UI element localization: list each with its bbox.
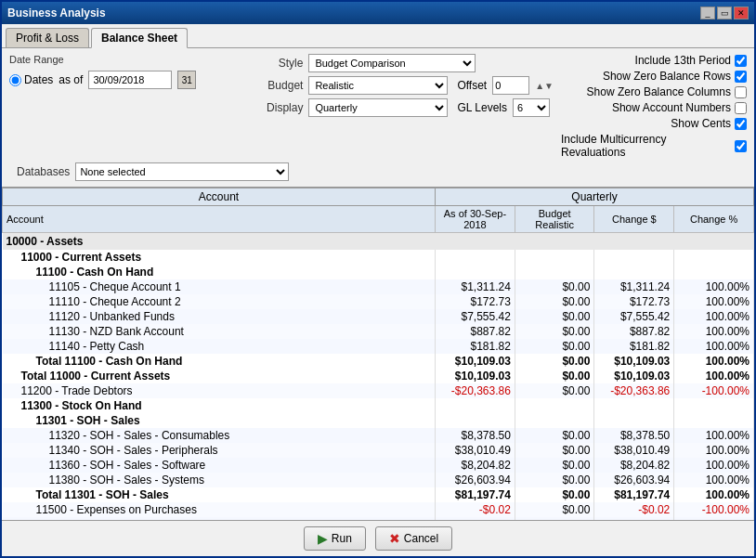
main-window: Business Analysis _ ▭ ✕ Profit & Loss Ba… — [0, 0, 756, 558]
th-change-pct: Change % — [674, 206, 754, 233]
cell-account: 11320 - SOH - Sales - Consumables — [3, 428, 436, 443]
cell-asof — [436, 413, 515, 428]
cell-change-dollar: $10,109.03 — [594, 369, 674, 383]
gl-levels-select[interactable]: 6 — [513, 98, 550, 117]
cell-budget: $0.00 — [515, 324, 594, 339]
cell-change-dollar: $172.73 — [594, 294, 674, 309]
cell-asof: $81,197.74 — [436, 487, 515, 502]
show-zero-cols-label: Show Zero Balance Columns — [587, 85, 731, 98]
date-input[interactable] — [88, 71, 172, 89]
cell-change-pct: 100.00% — [674, 443, 754, 458]
sub-header-row: Account As of 30-Sep-2018 Budget Realist… — [3, 206, 754, 233]
cell-change-pct — [674, 398, 754, 413]
show-account-nums-checkbox[interactable] — [735, 102, 747, 114]
cell-budget — [515, 265, 594, 279]
cell-change-pct — [674, 265, 754, 279]
minimize-button[interactable]: _ — [700, 6, 715, 19]
offset-label: Offset — [457, 79, 487, 92]
cell-asof: $887.82 — [436, 324, 515, 339]
cell-change-dollar — [594, 398, 674, 413]
budget-select[interactable]: Realistic — [308, 76, 448, 95]
show-account-nums-row: Show Account Numbers — [612, 101, 747, 114]
databases-row: Databases None selected — [9, 162, 747, 181]
run-button[interactable]: ▶ Run — [304, 526, 366, 551]
table-row: 11301 - SOH - Sales — [3, 413, 754, 428]
show-cents-label: Show Cents — [671, 117, 731, 130]
offset-spinner[interactable]: ▲▼ — [535, 81, 554, 91]
controls-area: Date Range Dates as of 31 Style Budget C — [2, 48, 754, 188]
cell-asof: $8,378.50 — [436, 428, 515, 443]
tab-balance-sheet[interactable]: Balance Sheet — [91, 28, 188, 48]
table-row: Total 11301 - SOH - Sales $81,197.74 $0.… — [3, 487, 754, 502]
th-as-of: As of 30-Sep-2018 — [436, 206, 515, 233]
cell-account: 11340 - SOH - Sales - Peripherals — [3, 443, 436, 458]
table-row: Total 11100 - Cash On Hand $10,109.03 $0… — [3, 354, 754, 369]
cell-change-pct — [674, 250, 754, 265]
style-row: Style Budget Comparison — [252, 54, 554, 72]
cell-change-dollar: $7,555.42 — [594, 309, 674, 324]
show-zero-cols-checkbox[interactable] — [735, 86, 747, 98]
cell-change-pct: 100.00% — [674, 487, 754, 502]
tab-profit-loss[interactable]: Profit & Loss — [6, 28, 89, 47]
table-row: 11380 - SOH - Sales - Systems $26,603.94… — [3, 473, 754, 487]
include-13th-row: Include 13th Period — [635, 54, 747, 67]
run-label: Run — [332, 532, 352, 545]
cell-change-dollar: $8,204.82 — [594, 458, 674, 473]
offset-input[interactable] — [492, 76, 529, 95]
databases-select[interactable]: None selected — [75, 162, 289, 181]
cell-change-pct: 100.00% — [674, 369, 754, 383]
table-row: 11120 - Unbanked Funds $7,555.42 $0.00 $… — [3, 309, 754, 324]
right-controls: Include 13th Period Show Zero Balance Ro… — [561, 54, 747, 159]
include-multicurrency-row: Include Multicurrency Revaluations — [561, 133, 747, 159]
close-button[interactable]: ✕ — [734, 6, 749, 19]
table-row: 11360 - SOH - Sales - Software $8,204.82… — [3, 458, 754, 473]
bottom-bar: ▶ Run ✖ Cancel — [2, 520, 754, 556]
cell-change-pct — [674, 413, 754, 428]
cell-budget — [515, 250, 594, 265]
style-select[interactable]: Budget Comparison — [308, 54, 476, 72]
cell-account: 11130 - NZD Bank Account — [3, 324, 436, 339]
th-change-dollar: Change $ — [594, 206, 674, 233]
cell-account: 11105 - Cheque Account 1 — [3, 279, 436, 294]
table-row: 11100 - Cash On Hand — [3, 265, 754, 279]
budget-label: Budget — [252, 79, 303, 92]
dates-radio-label[interactable]: Dates — [9, 73, 53, 86]
cancel-button[interactable]: ✖ Cancel — [375, 526, 452, 551]
cell-account: Total 11000 - Current Assets — [3, 369, 436, 383]
cell-account: Total 11301 - SOH - Sales — [3, 487, 436, 502]
dates-radio[interactable] — [9, 74, 21, 86]
date-row: Dates as of 31 — [9, 71, 244, 89]
cancel-icon: ✖ — [389, 531, 400, 546]
include-multicurrency-label: Include Multicurrency Revaluations — [561, 133, 731, 159]
cell-change-pct: 100.00% — [674, 309, 754, 324]
cell-asof — [436, 265, 515, 279]
cell-asof: -$0.02 — [436, 502, 515, 517]
display-select[interactable]: Quarterly — [308, 98, 448, 117]
cell-change-dollar — [594, 413, 674, 428]
show-zero-rows-row: Show Zero Balance Rows — [603, 70, 747, 83]
cell-change-pct: 100.00% — [674, 473, 754, 487]
databases-label: Databases — [17, 165, 70, 178]
cell-budget: $0.00 — [515, 354, 594, 369]
gl-levels-label: GL Levels — [457, 101, 507, 114]
table-row: 11500 - Expenses on Purchases -$0.02 $0.… — [3, 502, 754, 517]
cell-budget: $0.00 — [515, 428, 594, 443]
run-icon: ▶ — [318, 531, 328, 546]
cell-change-dollar: -$0.02 — [594, 502, 674, 517]
calendar-button[interactable]: 31 — [177, 71, 196, 89]
cell-change-dollar: $38,010.49 — [594, 443, 674, 458]
cell-change-dollar: $81,197.74 — [594, 487, 674, 502]
include-multicurrency-checkbox[interactable] — [735, 140, 747, 152]
include-13th-checkbox[interactable] — [735, 55, 747, 67]
style-label: Style — [252, 57, 303, 70]
cell-change-dollar: $887.82 — [594, 324, 674, 339]
table-row: 11130 - NZD Bank Account $887.82 $0.00 $… — [3, 324, 754, 339]
cell-account: 11200 - Trade Debtors — [3, 383, 436, 398]
show-cents-checkbox[interactable] — [735, 118, 747, 130]
date-range-label: Date Range — [9, 54, 244, 65]
restore-button[interactable]: ▭ — [717, 6, 732, 19]
budget-row: Budget Realistic Offset ▲▼ — [252, 76, 554, 95]
cell-budget: $0.00 — [515, 279, 594, 294]
show-zero-rows-checkbox[interactable] — [735, 71, 747, 83]
cell-asof: $26,603.94 — [436, 473, 515, 487]
